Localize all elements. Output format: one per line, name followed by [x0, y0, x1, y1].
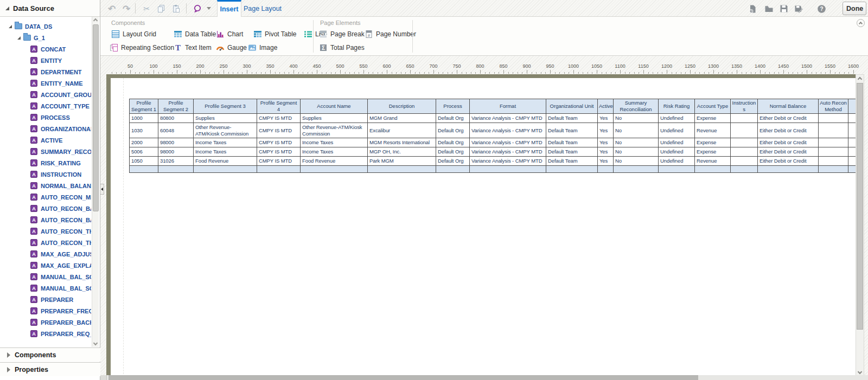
tree-field-preparer[interactable]: APREPARER	[0, 294, 91, 305]
tree-node-g1[interactable]: G_1	[0, 32, 91, 43]
table-cell[interactable]: No	[614, 123, 659, 138]
scroll-up-icon[interactable]	[858, 77, 862, 81]
table-cell-empty[interactable]	[598, 166, 614, 173]
ribbon-item-page-break[interactable]: Page Break	[319, 29, 365, 40]
table-cell[interactable]: No	[614, 147, 659, 157]
column-header[interactable]: Organizational Unit	[546, 99, 598, 114]
collapse-ribbon-button[interactable]	[857, 19, 865, 27]
table-cell[interactable]: Income Taxes	[301, 147, 368, 157]
open-button[interactable]	[763, 3, 774, 14]
table-cell[interactable]: Revenue	[695, 157, 731, 166]
table-cell[interactable]: 31026	[158, 157, 194, 166]
table-cell[interactable]: Either Debit or Credit	[758, 157, 819, 166]
scroll-down-icon[interactable]	[93, 341, 98, 345]
table-cell[interactable]: MGP OH, Inc.	[368, 147, 436, 157]
table-cell[interactable]	[819, 138, 848, 147]
table-cell[interactable]	[731, 113, 758, 123]
table-cell[interactable]: Supplies	[301, 113, 368, 123]
ribbon-item-image[interactable]: Image	[248, 42, 277, 53]
copy-button[interactable]	[155, 3, 167, 15]
table-cell[interactable]: Undefined	[659, 147, 695, 157]
table-cell[interactable]: Default Team	[546, 123, 598, 138]
ribbon-item-layout-grid[interactable]: Layout Grid	[111, 29, 156, 40]
table-cell[interactable]: Variance Analysis - CMPY MTD	[470, 113, 546, 123]
table-cell[interactable]	[848, 113, 856, 123]
table-cell[interactable]	[731, 147, 758, 157]
tree-field-department[interactable]: ADEPARTMENT	[0, 66, 91, 78]
table-cell[interactable]: 1000	[130, 113, 158, 123]
table-cell[interactable]: MGM Grand	[368, 113, 436, 123]
tree-field-preparer_backu[interactable]: APREPARER_BACKU	[0, 317, 91, 328]
column-header[interactable]: Process	[436, 99, 470, 114]
table-cell[interactable]: Either Debit or Credit	[758, 113, 819, 123]
table-cell[interactable]: Yes	[598, 157, 614, 166]
table-cell[interactable]: Expense	[695, 138, 731, 147]
table-cell-empty[interactable]	[848, 166, 856, 173]
table-cell[interactable]: Excalibur	[368, 123, 436, 138]
table-cell-empty[interactable]	[470, 166, 546, 173]
tree-field-process[interactable]: APROCESS	[0, 112, 91, 123]
tree-field-risk_rating[interactable]: ARISK_RATING	[0, 157, 91, 169]
sidebar-scrollbar-thumb[interactable]	[93, 24, 99, 211]
column-header[interactable]: Instructions	[731, 99, 758, 114]
table-cell[interactable]	[731, 157, 758, 166]
table-cell[interactable]: Yes	[598, 113, 614, 123]
data-source-header[interactable]: Data Source	[0, 0, 100, 17]
table-cell[interactable]: Income Taxes	[194, 138, 257, 147]
scroll-up-icon[interactable]	[93, 18, 98, 23]
ribbon-item-text-item[interactable]: T Text Item	[174, 42, 212, 53]
table-cell[interactable]	[731, 123, 758, 138]
horizontal-scrollbar[interactable]	[100, 375, 868, 380]
table-cell[interactable]: Revenue	[695, 123, 731, 138]
table-cell[interactable]	[819, 123, 848, 138]
table-cell-empty[interactable]	[758, 166, 819, 173]
table-cell[interactable]: Variance Analysis - CMPY MTD	[470, 138, 546, 147]
report-page[interactable]: Profile Segment 1Profile Segment 2Profil…	[106, 74, 856, 377]
column-header[interactable]: Profile Segment 2	[158, 99, 194, 114]
tab-page-layout[interactable]: Page Layout	[243, 0, 282, 17]
table-cell[interactable]: Either Debit or Credit	[758, 123, 819, 138]
table-cell-empty[interactable]	[614, 166, 659, 173]
table-cell[interactable]	[848, 123, 856, 138]
collapse-triangle-icon[interactable]	[9, 25, 12, 28]
table-cell[interactable]: 80800	[158, 113, 194, 123]
dropdown-caret-icon[interactable]	[207, 7, 211, 10]
tree-field-active[interactable]: AACTIVE	[0, 134, 91, 146]
table-cell[interactable]: Default Team	[546, 157, 598, 166]
table-cell-empty[interactable]	[436, 166, 470, 173]
table-cell[interactable]	[819, 147, 848, 157]
table-cell[interactable]: CMPY IS MTD	[257, 147, 301, 157]
table-cell-empty[interactable]	[194, 166, 257, 173]
column-header[interactable]: Profile Segment 3	[194, 99, 257, 114]
table-cell[interactable]: 98000	[158, 138, 194, 147]
new-report-button[interactable]	[747, 3, 758, 14]
table-cell[interactable]: Supplies	[194, 113, 257, 123]
table-cell[interactable]: Expense	[695, 113, 731, 123]
table-cell[interactable]: Variance Analysis - CMPY MTD	[470, 157, 546, 166]
table-cell[interactable]: CMPY IS MTD	[257, 113, 301, 123]
vertical-scrollbar[interactable]	[856, 74, 864, 377]
save-button[interactable]	[778, 3, 789, 14]
preview-data-button[interactable]	[192, 3, 203, 15]
table-cell[interactable]: CMPY IS MTD	[257, 157, 301, 166]
tree-field-instruction[interactable]: AINSTRUCTION	[0, 169, 91, 180]
tree-field-auto_recon_bal[interactable]: AAUTO_RECON_BAL	[0, 203, 91, 214]
ribbon-item-total-pages[interactable]: Σ Total Pages	[319, 42, 365, 53]
table-cell[interactable]: Default Org	[436, 123, 470, 138]
table-empty-row[interactable]	[130, 166, 856, 173]
tree-field-account_type[interactable]: AACCOUNT_TYPE	[0, 100, 91, 112]
table-cell[interactable]: No	[614, 157, 659, 166]
properties-section-header[interactable]: Properties	[0, 362, 100, 376]
undo-button[interactable]: ↶	[106, 3, 118, 15]
tab-insert[interactable]: Insert	[217, 0, 241, 17]
ribbon-item-page-number[interactable]: # Page Number	[365, 29, 416, 40]
tree-field-summary_recon[interactable]: ASUMMARY_RECON	[0, 146, 91, 157]
tree-field-concat[interactable]: ACONCAT	[0, 43, 91, 55]
tree-field-auto_recon_met[interactable]: AAUTO_RECON_MET	[0, 191, 91, 203]
table-cell[interactable]: Income Taxes	[194, 147, 257, 157]
table-cell-empty[interactable]	[659, 166, 695, 173]
table-cell-empty[interactable]	[130, 166, 158, 173]
tree-field-auto_recon_thr[interactable]: AAUTO_RECON_THR	[0, 226, 91, 237]
column-header[interactable]: Account Type	[695, 99, 731, 114]
column-header[interactable]: Risk Rating	[659, 99, 695, 114]
